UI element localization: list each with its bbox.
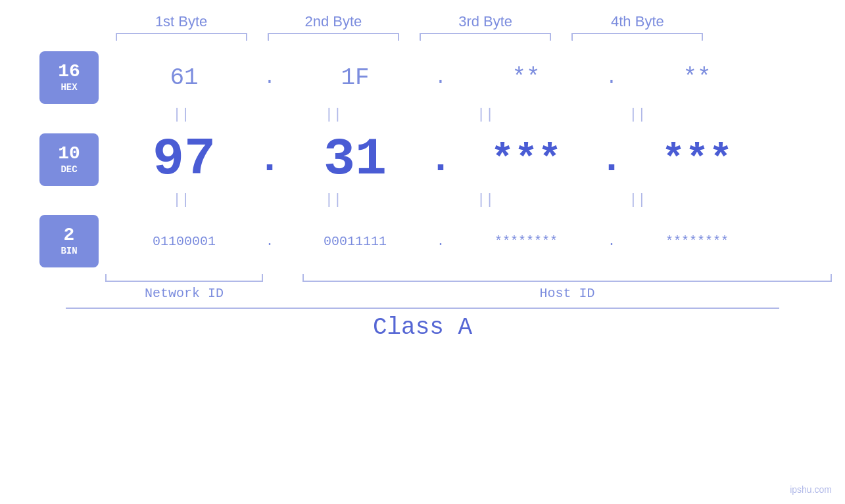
dec-base-text: DEC (60, 164, 77, 175)
eq1-1: || (116, 106, 247, 123)
hex-byte3: ** (454, 64, 598, 91)
hex-row: 16 HEX 61 . 1F . ** . ** (0, 51, 845, 104)
eq1-3: || (420, 106, 551, 123)
bin-values: 01100001 . 00011111 . ******** . *******… (99, 234, 845, 249)
hex-badge: 16 HEX (39, 51, 99, 104)
bin-row: 2 BIN 01100001 . 00011111 . ******** . (0, 215, 845, 267)
eq1-2: || (268, 106, 399, 123)
bin-base-number: 2 (64, 226, 75, 244)
bin-byte2: 00011111 (283, 234, 427, 249)
dec-dot3: . (598, 137, 625, 182)
hex-dot1: . (256, 68, 283, 88)
equals-row-2: || || || || (0, 192, 845, 208)
bin-byte1: 01100001 (112, 234, 256, 249)
hex-dot2: . (427, 68, 454, 88)
bin-byte3: ******** (454, 234, 598, 249)
dec-byte1: 97 (112, 129, 256, 189)
dec-byte2: 31 (283, 129, 427, 189)
network-bracket (105, 274, 263, 282)
class-bracket-line (66, 308, 779, 309)
hex-byte4: ** (625, 64, 769, 91)
bracket-1 (116, 33, 247, 41)
eq1-4: || (571, 106, 703, 123)
bin-dot1: . (256, 234, 283, 249)
dec-row: 10 DEC 97 . 31 . *** . *** (0, 129, 845, 189)
bracket-3 (420, 33, 551, 41)
watermark: ipshu.com (790, 484, 832, 495)
byte-headers: 1st Byte 2nd Byte 3rd Byte 4th Byte (0, 13, 845, 30)
bin-badge: 2 BIN (39, 215, 99, 267)
bin-dot3: . (598, 234, 625, 249)
bracket-4 (571, 33, 703, 41)
hex-base-number: 16 (58, 62, 80, 81)
byte-header-1: 1st Byte (109, 13, 254, 30)
eq2-1: || (116, 192, 247, 208)
dec-dot2: . (427, 137, 454, 182)
dec-values: 97 . 31 . *** . *** (99, 129, 845, 189)
top-brackets (0, 33, 845, 41)
dec-byte3: *** (454, 137, 598, 182)
dec-base-number: 10 (58, 145, 80, 163)
eq2-3: || (420, 192, 551, 208)
network-id-label: Network ID (105, 286, 263, 301)
bin-base-text: BIN (60, 246, 77, 256)
class-label: Class A (373, 314, 472, 341)
bin-dot2: . (427, 234, 454, 249)
byte-header-2: 2nd Byte (261, 13, 406, 30)
bottom-labels-row: Network ID Host ID (0, 286, 845, 301)
equals-row-1: || || || || (0, 106, 845, 123)
bottom-brackets-row (0, 274, 845, 282)
main-container: 1st Byte 2nd Byte 3rd Byte 4th Byte 16 H… (0, 0, 845, 504)
dec-dot1: . (256, 137, 283, 182)
hex-byte1: 61 (112, 64, 256, 91)
bracket-gap (263, 274, 302, 282)
hex-dot3: . (598, 68, 625, 88)
hex-values: 61 . 1F . ** . ** (99, 64, 845, 91)
host-id-label: Host ID (302, 286, 832, 301)
byte-header-4: 4th Byte (565, 13, 710, 30)
bin-byte4: ******** (625, 234, 769, 249)
bracket-2 (268, 33, 399, 41)
dec-byte4: *** (625, 137, 769, 182)
eq2-2: || (268, 192, 399, 208)
byte-header-3: 3rd Byte (413, 13, 558, 30)
hex-base-text: HEX (60, 82, 77, 93)
eq2-4: || (571, 192, 703, 208)
hex-byte2: 1F (283, 64, 427, 91)
label-gap (263, 286, 302, 301)
dec-badge: 10 DEC (39, 133, 99, 186)
host-bracket (302, 274, 832, 282)
